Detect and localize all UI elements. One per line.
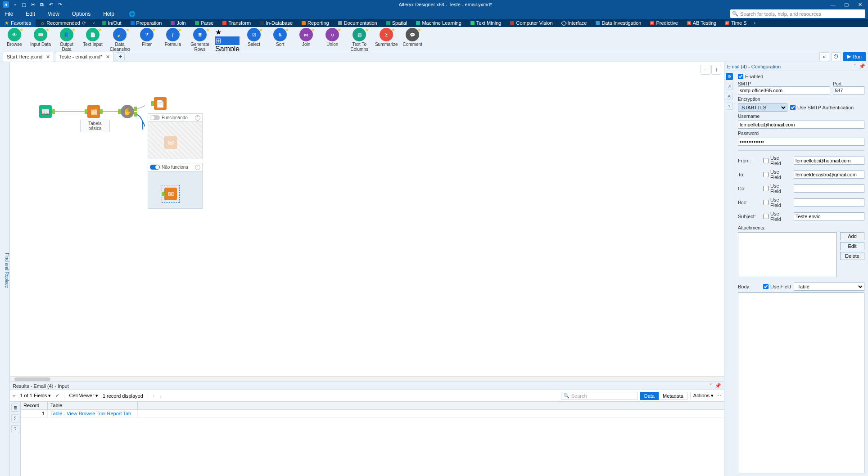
category-inout[interactable]: In/Out bbox=[98, 19, 126, 27]
tool-sample[interactable]: ★⊞Sample bbox=[215, 28, 240, 53]
category-favorites[interactable]: ★Favorites bbox=[0, 19, 36, 27]
run-button[interactable]: ▶Run bbox=[843, 52, 866, 61]
window-maximize-icon[interactable]: ▢ bbox=[840, 0, 853, 9]
results-collapse-icon[interactable]: ˅ bbox=[710, 383, 712, 389]
category-reporting[interactable]: Reporting bbox=[297, 19, 334, 27]
tool-text-to-columns[interactable]: ★▥Text To Columns bbox=[347, 28, 372, 52]
node-input[interactable]: 📖 bbox=[39, 105, 52, 118]
from-input[interactable] bbox=[794, 157, 864, 165]
tool-input-data[interactable]: ★📖Input Data bbox=[29, 28, 52, 47]
cell-viewer[interactable]: Cell Viewer ▾ bbox=[69, 393, 98, 399]
overflow-tabs-icon[interactable]: » bbox=[819, 52, 829, 61]
config-tab-help-icon[interactable]: ? bbox=[726, 103, 733, 110]
sort-desc-icon[interactable]: ↓ bbox=[159, 393, 162, 399]
body-usefield-checkbox[interactable]: Use Field bbox=[763, 284, 791, 289]
body-preview[interactable] bbox=[738, 292, 864, 473]
results-sigma-icon[interactable]: Σ bbox=[11, 414, 19, 422]
tool-join[interactable]: ★⋈Join bbox=[294, 28, 318, 47]
bcc-input[interactable] bbox=[794, 198, 864, 207]
category-predictive[interactable]: RPredictive bbox=[646, 19, 682, 27]
zoom-in-button[interactable]: + bbox=[711, 65, 721, 75]
anchor-in[interactable] bbox=[151, 101, 154, 106]
anchor-out[interactable] bbox=[134, 107, 137, 111]
more-icon[interactable]: ⋯ bbox=[716, 393, 721, 399]
username-input[interactable] bbox=[738, 121, 864, 129]
qat-save-icon[interactable]: ✂ bbox=[30, 1, 36, 8]
container-toggle[interactable] bbox=[150, 115, 160, 120]
category-ml[interactable]: Machine Learning bbox=[411, 19, 466, 27]
category-parse[interactable]: Parse bbox=[190, 19, 218, 27]
find-replace-rail[interactable]: Find and Replace bbox=[0, 62, 10, 476]
category-scroll-left-icon[interactable]: ‹ bbox=[90, 20, 98, 26]
category-textmining[interactable]: Text Mining bbox=[466, 19, 506, 27]
results-rows-icon[interactable]: ≣ bbox=[11, 404, 19, 412]
close-tab-icon[interactable]: ✕ bbox=[46, 54, 50, 60]
menu-options[interactable]: Options bbox=[72, 11, 90, 17]
container-toggle[interactable] bbox=[150, 165, 160, 170]
category-cv[interactable]: Computer Vision bbox=[506, 19, 557, 27]
category-indatabase[interactable]: In-Database bbox=[255, 19, 297, 27]
tool-data-cleansing[interactable]: ★🧹Data Cleansing bbox=[107, 28, 132, 52]
anchor-in[interactable] bbox=[118, 109, 121, 114]
schedule-icon[interactable]: ⏱ bbox=[831, 52, 841, 61]
sort-asc-icon[interactable]: ↑ bbox=[153, 393, 155, 399]
category-spatial[interactable]: Spatial bbox=[382, 19, 412, 27]
collapse-icon[interactable]: ˄ bbox=[195, 115, 200, 121]
menu-edit[interactable]: Edit bbox=[26, 11, 35, 17]
smtp-input[interactable] bbox=[738, 86, 830, 94]
workflow-tab[interactable]: Start Here.yxmd ✕ bbox=[3, 52, 54, 62]
config-tab-nav-icon[interactable]: ↗ bbox=[726, 83, 733, 90]
category-timeseries[interactable]: RTime S bbox=[721, 19, 751, 27]
results-menu-icon[interactable]: ≡ bbox=[13, 393, 15, 399]
anchor-out[interactable] bbox=[52, 109, 55, 114]
config-pin-icon[interactable]: 📌 bbox=[859, 63, 865, 69]
body-field-select[interactable]: Table bbox=[794, 283, 864, 291]
node-detour[interactable]: ✋ bbox=[121, 105, 134, 118]
config-tab-annotation-icon[interactable]: A bbox=[726, 93, 733, 100]
enabled-checkbox[interactable]: Enabled bbox=[738, 74, 864, 79]
subject-usefield-checkbox[interactable]: Use Field bbox=[763, 211, 791, 222]
anchor-out[interactable] bbox=[134, 112, 137, 117]
from-usefield-checkbox[interactable]: Use Field bbox=[763, 155, 791, 166]
results-search[interactable]: 🔍 Search bbox=[561, 392, 637, 400]
cell-table-link[interactable]: Table - View Browse Tool Report Tab bbox=[48, 410, 138, 418]
close-tab-icon[interactable]: ✕ bbox=[106, 54, 110, 60]
password-input[interactable] bbox=[738, 138, 864, 146]
fields-summary[interactable]: 1 of 1 Fields ▾ bbox=[20, 393, 51, 399]
table-row[interactable]: 1 Table - View Browse Tool Report Tab bbox=[21, 410, 724, 418]
tab-metadata[interactable]: Metadata bbox=[659, 392, 687, 400]
qat-undo-icon[interactable]: ↶ bbox=[48, 1, 54, 8]
tab-data[interactable]: Data bbox=[640, 392, 659, 400]
category-transform[interactable]: Transform bbox=[218, 19, 255, 27]
workflow-tab[interactable]: Teste - email.yxmd* ✕ bbox=[55, 52, 114, 62]
use-smtp-auth-checkbox[interactable]: Use SMTP Authentication bbox=[790, 105, 854, 110]
tool-generate-rows[interactable]: ★≣Generate Rows bbox=[187, 28, 212, 52]
cc-input[interactable] bbox=[794, 184, 864, 193]
tool-union[interactable]: ★∪Union bbox=[321, 28, 344, 47]
to-input[interactable] bbox=[794, 171, 864, 179]
attachment-delete-button[interactable]: Delete bbox=[840, 252, 864, 260]
category-documentation[interactable]: Documentation bbox=[334, 19, 382, 27]
canvas-horizontal-scrollbar[interactable] bbox=[10, 376, 724, 382]
workflow-canvas[interactable]: − + 📖 ▦ Tabela básica ✋ bbox=[10, 62, 724, 382]
tool-sort[interactable]: ★⇅Sort bbox=[268, 28, 292, 47]
config-tab-settings-icon[interactable]: ⚙ bbox=[726, 73, 733, 80]
menu-view[interactable]: View bbox=[48, 11, 59, 17]
category-interface[interactable]: Interface bbox=[557, 19, 592, 27]
qat-open-icon[interactable]: ▢ bbox=[21, 1, 27, 8]
node-email-disabled[interactable]: ✉ bbox=[164, 136, 177, 149]
tool-comment[interactable]: ★💬Comment bbox=[401, 28, 424, 47]
anchor-in[interactable] bbox=[85, 109, 87, 114]
tool-text-input[interactable]: ★📄Text Input bbox=[81, 28, 104, 47]
qat-new-icon[interactable]: ▫ bbox=[12, 1, 18, 8]
menu-file[interactable]: File bbox=[5, 11, 13, 17]
tool-select[interactable]: ★☑Select bbox=[242, 28, 266, 47]
node-table[interactable]: ▦ bbox=[87, 105, 100, 118]
tool-summarize[interactable]: ★ΣSummarize bbox=[375, 28, 398, 47]
cc-usefield-checkbox[interactable]: Use Field bbox=[763, 183, 791, 194]
results-help-icon[interactable]: ? bbox=[11, 425, 19, 433]
tool-formula[interactable]: ★ƒFormula bbox=[161, 28, 185, 47]
window-close-icon[interactable]: ✕ bbox=[854, 0, 866, 9]
container-disabled[interactable]: Funcionando ˄ ✉ bbox=[148, 113, 203, 159]
category-join[interactable]: Join bbox=[166, 19, 190, 27]
